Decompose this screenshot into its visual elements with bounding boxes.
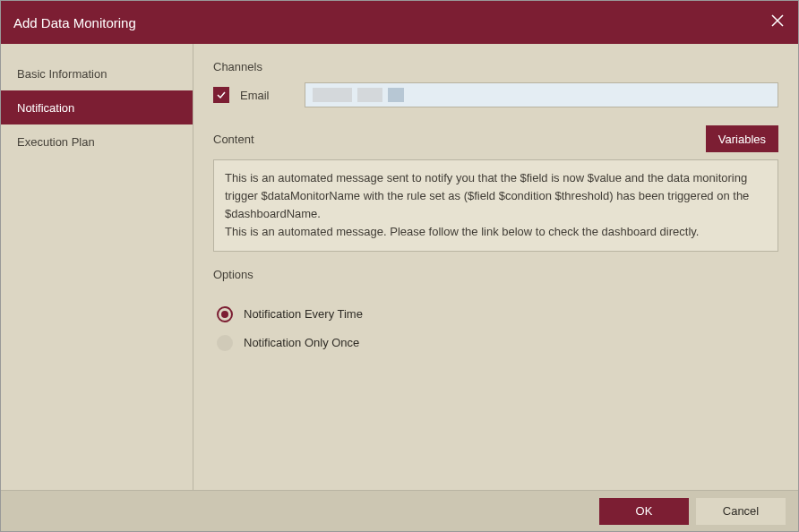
content-line-2: This is an automated message. Please fol… (225, 223, 767, 241)
radio-dot-icon (221, 311, 228, 318)
sidebar-item-label: Basic Information (17, 67, 107, 81)
channel-email-row: Email (213, 82, 778, 107)
radio-every-time[interactable] (217, 306, 233, 322)
main-panel: Channels Email Content Variables (193, 44, 798, 490)
option-label: Notification Every Time (244, 307, 363, 321)
option-every-time[interactable]: Notification Every Time (213, 306, 778, 322)
options-heading: Options (213, 268, 778, 281)
dialog-body: Basic Information Notification Execution… (1, 44, 798, 490)
variables-button[interactable]: Variables (706, 125, 778, 152)
channels-heading: Channels (213, 60, 778, 73)
options-group: Notification Every Time Notification Onl… (213, 290, 778, 351)
content-textarea[interactable]: This is an automated message sent to not… (213, 159, 778, 252)
email-checkbox[interactable] (213, 87, 229, 103)
sidebar-item-basic-information[interactable]: Basic Information (1, 56, 193, 90)
close-button[interactable] (769, 13, 786, 32)
content-heading: Content (213, 133, 254, 146)
cancel-button[interactable]: Cancel (696, 498, 786, 525)
dialog: Add Data Monitoring Basic Information No… (0, 0, 799, 532)
radio-only-once[interactable] (217, 335, 233, 351)
sidebar-item-label: Notification (17, 101, 74, 115)
dialog-title: Add Data Monitoring (13, 15, 136, 30)
close-icon (769, 13, 786, 29)
sidebar-item-execution-plan[interactable]: Execution Plan (1, 124, 193, 159)
content-line-1: This is an automated message sent to not… (225, 169, 767, 223)
ok-button[interactable]: OK (599, 498, 689, 525)
titlebar: Add Data Monitoring (1, 1, 798, 44)
check-icon (216, 90, 227, 100)
option-label: Notification Only Once (244, 336, 359, 349)
footer: OK Cancel (1, 490, 798, 531)
sidebar: Basic Information Notification Execution… (1, 44, 193, 490)
sidebar-item-label: Execution Plan (17, 135, 95, 149)
option-only-once[interactable]: Notification Only Once (213, 335, 778, 351)
sidebar-item-notification[interactable]: Notification (1, 90, 193, 124)
email-label: Email (240, 89, 294, 102)
content-header: Content Variables (213, 125, 778, 152)
email-input[interactable] (305, 82, 778, 107)
redacted-content (311, 83, 772, 107)
